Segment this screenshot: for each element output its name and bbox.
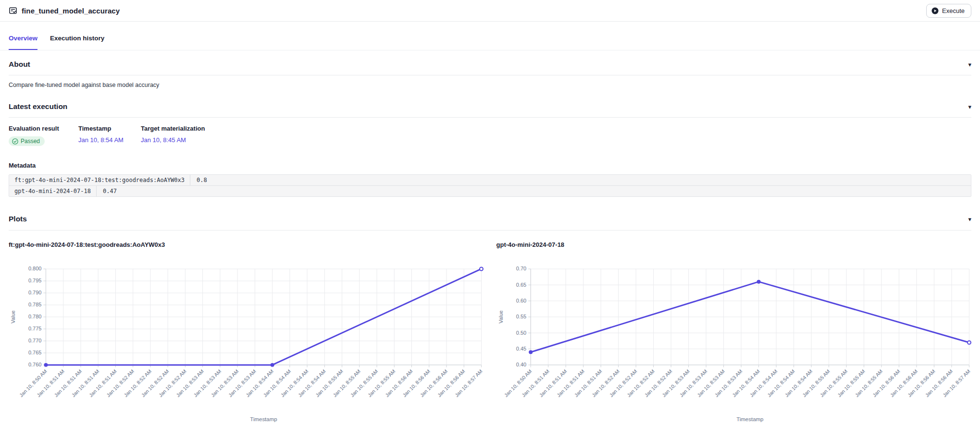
collapse-caret-icon[interactable]: ▾ xyxy=(968,216,971,222)
status-badge-label: Passed xyxy=(21,138,40,145)
svg-text:Timestamp: Timestamp xyxy=(736,416,763,422)
svg-text:0.760: 0.760 xyxy=(28,362,41,367)
evaluation-result-label: Evaluation result xyxy=(9,125,78,132)
svg-text:0.40: 0.40 xyxy=(516,362,526,367)
latest-execution-details: Evaluation result Passed Timestamp Jan 1… xyxy=(9,125,971,146)
svg-text:0.800: 0.800 xyxy=(28,266,41,271)
collapse-caret-icon[interactable]: ▾ xyxy=(968,104,971,110)
chart-title: ft:gpt-4o-mini-2024-07-18:test:goodreads… xyxy=(9,241,484,248)
svg-text:Value: Value xyxy=(497,310,503,323)
about-description: Compare fine-tuned model against base mo… xyxy=(9,82,971,88)
plot-panel-fine-tuned-model: ft:gpt-4o-mini-2024-07-18:test:goodreads… xyxy=(9,241,484,425)
collapse-caret-icon[interactable]: ▾ xyxy=(968,61,971,68)
status-badge: Passed xyxy=(9,136,45,146)
svg-text:Value: Value xyxy=(10,310,16,323)
svg-text:0.65: 0.65 xyxy=(516,282,526,288)
target-materialization-link[interactable]: Jan 10, 8:45 AM xyxy=(141,136,186,144)
tab-overview[interactable]: Overview xyxy=(9,35,37,50)
latest-execution-heading: Latest execution xyxy=(9,102,67,111)
check-circle-icon xyxy=(12,138,18,145)
play-circle-icon xyxy=(931,7,939,14)
tab-bar: Overview Execution history xyxy=(0,22,980,50)
plot-panel-base-model: gpt-4o-mini-2024-07-18 Jan 10, 8:50 AMJa… xyxy=(496,241,972,425)
execute-button-label: Execute xyxy=(942,7,965,14)
page-header: fine_tuned_model_accuracy Execute xyxy=(0,0,980,22)
svg-text:0.780: 0.780 xyxy=(28,314,41,319)
about-section-header: About ▾ xyxy=(9,60,971,69)
timestamp-label: Timestamp xyxy=(78,125,141,132)
metadata-table: ft:gpt-4o-mini-2024-07-18:test:goodreads… xyxy=(9,174,971,197)
metadata-key: gpt-4o-mini-2024-07-18 xyxy=(9,186,97,196)
svg-text:0.775: 0.775 xyxy=(28,326,41,331)
divider xyxy=(9,75,971,75)
table-row: ft:gpt-4o-mini-2024-07-18:test:goodreads… xyxy=(9,175,971,185)
latest-execution-section-header: Latest execution ▾ xyxy=(9,102,971,111)
asset-check-icon xyxy=(9,6,17,15)
plots-heading: Plots xyxy=(9,215,27,223)
metadata-heading: Metadata xyxy=(9,162,971,169)
timestamp-link[interactable]: Jan 10, 8:54 AM xyxy=(78,136,124,144)
svg-text:0.70: 0.70 xyxy=(516,266,526,271)
svg-text:0.770: 0.770 xyxy=(28,338,41,343)
chart-title: gpt-4o-mini-2024-07-18 xyxy=(496,241,972,248)
svg-text:0.790: 0.790 xyxy=(28,290,41,295)
about-heading: About xyxy=(9,60,30,69)
svg-text:0.55: 0.55 xyxy=(516,314,526,319)
svg-text:0.765: 0.765 xyxy=(28,350,41,355)
svg-text:0.60: 0.60 xyxy=(516,298,526,304)
plots-section-header: Plots ▾ xyxy=(9,215,971,223)
svg-text:0.795: 0.795 xyxy=(28,278,41,283)
target-materialization-label: Target materialization xyxy=(141,125,971,132)
svg-text:Timestamp: Timestamp xyxy=(250,416,277,422)
metadata-value: 0.8 xyxy=(190,175,213,185)
page-title: fine_tuned_model_accuracy xyxy=(22,7,120,15)
table-row: gpt-4o-mini-2024-07-18 0.47 xyxy=(9,185,971,196)
metadata-value: 0.47 xyxy=(97,186,123,196)
metadata-key: ft:gpt-4o-mini-2024-07-18:test:goodreads… xyxy=(9,175,190,185)
execute-button[interactable]: Execute xyxy=(926,4,971,18)
divider xyxy=(9,117,971,118)
svg-text:0.45: 0.45 xyxy=(516,346,526,352)
tab-execution-history[interactable]: Execution history xyxy=(50,35,104,50)
plots-grid: ft:gpt-4o-mini-2024-07-18:test:goodreads… xyxy=(9,241,971,425)
divider xyxy=(9,230,971,231)
svg-text:0.785: 0.785 xyxy=(28,302,41,307)
base-model-line-chart: Jan 10, 8:50 AMJan 10, 8:51 AMJan 10, 8:… xyxy=(496,251,972,425)
fine-tuned-model-line-chart: Jan 10, 8:50 AMJan 10, 8:51 AMJan 10, 8:… xyxy=(9,251,484,425)
svg-text:0.50: 0.50 xyxy=(516,330,526,336)
